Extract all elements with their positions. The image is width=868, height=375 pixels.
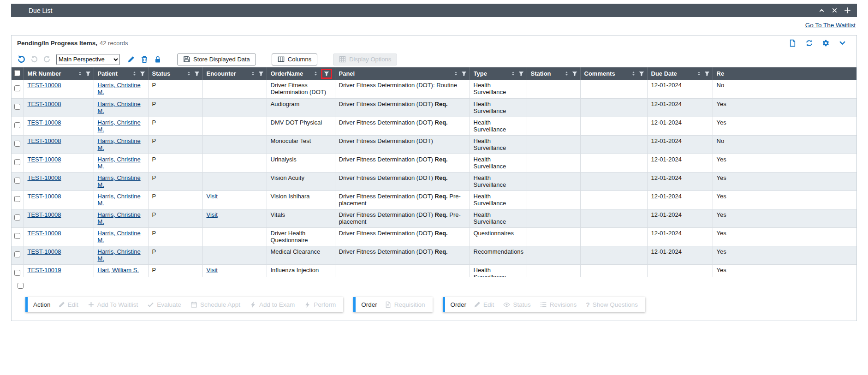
mr-number-link[interactable]: TEST-10008	[28, 82, 61, 89]
patient-link[interactable]: Harris, Christine M.	[98, 230, 141, 244]
row-checkbox[interactable]	[14, 233, 20, 239]
encounter-link[interactable]: Visit	[207, 193, 218, 200]
row-checkbox[interactable]	[14, 141, 20, 147]
lock-perspective-icon[interactable]	[154, 56, 161, 63]
next-perspective-icon[interactable]	[43, 55, 51, 63]
patient-link[interactable]: Harris, Christine M.	[98, 193, 141, 207]
perform-button[interactable]: Perform	[304, 301, 336, 308]
move-window-icon[interactable]	[844, 7, 850, 13]
delete-perspective-trash-icon[interactable]	[141, 56, 148, 63]
filter-icon[interactable]	[572, 71, 577, 77]
report-document-icon[interactable]	[789, 39, 797, 47]
row-checkbox[interactable]	[14, 178, 20, 184]
column-header[interactable]: Patient	[94, 67, 148, 80]
sort-icon[interactable]	[631, 71, 636, 77]
add-to-exam-button[interactable]: Add to Exam	[250, 301, 295, 308]
close-window-icon[interactable]	[832, 7, 838, 13]
patient-link[interactable]: Harris, Christine M.	[98, 156, 141, 170]
column-header[interactable]: Panel	[335, 67, 470, 80]
previous-perspective-icon[interactable]	[30, 55, 38, 63]
edit-order-button[interactable]: Edit	[474, 301, 494, 308]
row-checkbox[interactable]	[14, 270, 20, 276]
mr-number-link[interactable]: TEST-10008	[28, 211, 61, 218]
mr-number-link[interactable]: TEST-10008	[28, 156, 61, 163]
row-checkbox[interactable]	[14, 196, 20, 202]
column-header[interactable]: Comments	[580, 67, 647, 80]
store-displayed-data-button[interactable]: Store Displayed Data	[177, 54, 256, 65]
footer-select-checkbox[interactable]	[18, 283, 24, 289]
schedule-appt-button[interactable]: Schedule Appt	[190, 301, 240, 308]
column-header[interactable]: MR Number	[24, 67, 94, 80]
mr-number-link[interactable]: TEST-10008	[28, 193, 61, 200]
filter-icon[interactable]	[639, 71, 644, 77]
mr-number-link[interactable]: TEST-10008	[28, 137, 61, 144]
column-header[interactable]: Due Date	[647, 67, 713, 80]
row-checkbox[interactable]	[14, 214, 20, 220]
filter-icon[interactable]	[704, 71, 710, 77]
display-options-button[interactable]: Display Options	[333, 54, 397, 65]
sort-icon[interactable]	[453, 71, 458, 77]
mr-number-link[interactable]: TEST-10019	[28, 267, 61, 274]
encounter-link[interactable]: Visit	[207, 267, 218, 274]
patient-cell: Harris, Christine M.	[94, 135, 148, 154]
sort-icon[interactable]	[132, 71, 137, 77]
edit-perspective-pencil-icon[interactable]	[127, 56, 135, 63]
column-header[interactable]: Re	[713, 67, 856, 80]
sort-icon[interactable]	[511, 71, 516, 77]
filter-icon[interactable]	[518, 71, 524, 77]
patient-link[interactable]: Harris, Christine M.	[98, 82, 141, 95]
collapse-window-icon[interactable]	[819, 7, 825, 13]
requisition-button[interactable]: Requisition	[385, 301, 425, 308]
filter-icon[interactable]	[324, 71, 329, 77]
patient-link[interactable]: Harris, Christine M.	[98, 119, 141, 133]
column-header[interactable]: Type	[470, 67, 527, 80]
row-checkbox[interactable]	[14, 251, 20, 257]
evaluate-button[interactable]: Evaluate	[147, 301, 181, 308]
patient-link[interactable]: Harris, Christine M.	[98, 101, 141, 114]
edit-action-button[interactable]: Edit	[58, 301, 78, 308]
row-checkbox[interactable]	[14, 85, 20, 91]
mr-number-link[interactable]: TEST-10008	[28, 230, 61, 237]
filter-icon[interactable]	[258, 71, 264, 77]
row-checkbox[interactable]	[14, 104, 20, 110]
add-to-waitlist-button[interactable]: Add To Waitlist	[88, 301, 138, 308]
settings-gear-icon[interactable]	[822, 39, 830, 47]
row-checkbox[interactable]	[14, 122, 20, 128]
go-to-waitlist-link[interactable]: Go To The Waitlist	[805, 22, 856, 29]
row-checkbox[interactable]	[14, 159, 20, 165]
reset-view-icon[interactable]	[17, 55, 26, 64]
patient-link[interactable]: Harris, Christine M.	[98, 248, 141, 262]
patient-link[interactable]: Harris, Christine M.	[98, 137, 141, 151]
encounter-link[interactable]: Visit	[207, 211, 218, 218]
collapse-panel-icon[interactable]	[838, 39, 846, 47]
patient-link[interactable]: Harris, Christine M.	[98, 211, 141, 225]
refresh-icon[interactable]	[805, 39, 813, 47]
sort-icon[interactable]	[250, 71, 256, 77]
columns-button[interactable]: Columns	[272, 54, 317, 65]
sort-icon[interactable]	[564, 71, 569, 77]
revisions-button[interactable]: Revisions	[540, 301, 577, 308]
filter-icon[interactable]	[194, 71, 200, 77]
sort-icon[interactable]	[696, 71, 702, 77]
mr-number-link[interactable]: TEST-10008	[28, 174, 61, 181]
patient-link[interactable]: Hart, William S.	[98, 267, 139, 274]
select-all-checkbox[interactable]	[14, 70, 20, 76]
mr-number-link[interactable]: TEST-10008	[28, 101, 61, 107]
window-titlebar[interactable]: Due List	[11, 4, 857, 17]
column-header[interactable]: Status	[148, 67, 202, 80]
show-questions-button[interactable]: ? Show Questions	[586, 301, 638, 308]
patient-link[interactable]: Harris, Christine M.	[98, 174, 141, 188]
column-header[interactable]: OrderName	[267, 67, 335, 80]
mr-number-link[interactable]: TEST-10008	[28, 248, 61, 255]
filter-icon[interactable]	[140, 71, 145, 77]
perspective-select[interactable]: Main Perspective	[56, 54, 120, 65]
filter-icon[interactable]	[461, 71, 467, 77]
status-button[interactable]: Status	[503, 301, 530, 308]
column-header[interactable]: Station	[527, 67, 580, 80]
filter-icon[interactable]	[85, 71, 91, 77]
sort-icon[interactable]	[313, 71, 318, 77]
sort-icon[interactable]	[186, 71, 191, 77]
mr-number-link[interactable]: TEST-10008	[28, 119, 61, 126]
sort-icon[interactable]	[77, 71, 83, 77]
column-header[interactable]: Encounter	[202, 67, 267, 80]
